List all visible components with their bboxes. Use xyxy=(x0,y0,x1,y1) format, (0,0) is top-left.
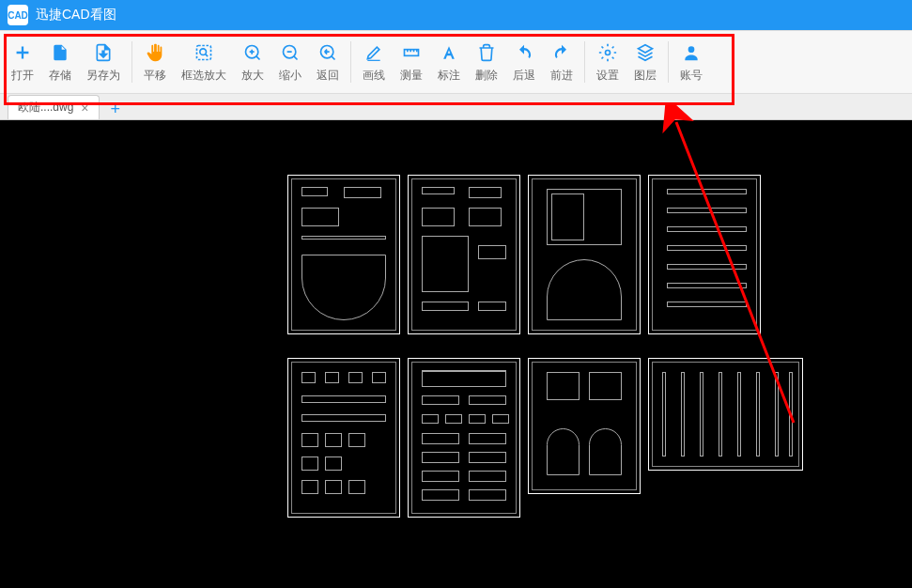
zoom-out-button[interactable]: 缩小 xyxy=(271,38,309,87)
separator xyxy=(584,41,585,83)
close-icon[interactable]: × xyxy=(81,101,88,116)
measure-button[interactable]: 测量 xyxy=(393,38,430,87)
separator xyxy=(350,41,351,83)
app-icon: CAD xyxy=(8,5,28,25)
drawing-sheet xyxy=(287,358,400,518)
drawing-sheet xyxy=(528,358,641,494)
draw-line-label: 画线 xyxy=(363,68,385,84)
hand-icon xyxy=(144,41,166,64)
save-button[interactable]: 存储 xyxy=(41,38,79,87)
drawing-sheet xyxy=(408,358,520,518)
zoom-out-icon xyxy=(279,41,301,64)
toolbar: 打开 存储 另存为 平移 框选放大 放大 缩小 xyxy=(0,30,912,94)
annotate-label: 标注 xyxy=(438,68,460,84)
save-label: 存储 xyxy=(49,68,71,84)
trash-icon xyxy=(475,41,498,64)
redo-label: 前进 xyxy=(550,68,573,84)
zoom-in-icon xyxy=(241,41,264,64)
back-button[interactable]: 返回 xyxy=(309,38,347,87)
saveas-button[interactable]: 另存为 xyxy=(79,38,128,87)
zoom-window-label: 框选放大 xyxy=(181,68,226,84)
drawing-sheet xyxy=(648,175,761,334)
redo-button[interactable]: 前进 xyxy=(543,38,580,87)
undo-button[interactable]: 后退 xyxy=(505,38,543,87)
separator xyxy=(668,41,669,83)
account-label: 账号 xyxy=(680,68,703,84)
settings-label: 设置 xyxy=(596,68,619,84)
drawing-sheet xyxy=(528,175,641,334)
draw-line-button[interactable]: 画线 xyxy=(355,38,393,87)
back-label: 返回 xyxy=(317,68,339,84)
plus-icon xyxy=(11,41,34,64)
tabs-bar: 欧陆....dwg × + xyxy=(0,94,912,120)
open-label: 打开 xyxy=(11,68,34,84)
titlebar: CAD 迅捷CAD看图 xyxy=(0,0,912,30)
user-icon xyxy=(680,41,703,64)
zoom-out-label: 缩小 xyxy=(279,68,301,84)
drawing-sheet xyxy=(648,358,803,471)
file-tab[interactable]: 欧陆....dwg × xyxy=(8,95,100,119)
text-icon xyxy=(438,41,460,64)
ruler-icon xyxy=(400,41,423,64)
zoom-window-icon xyxy=(193,41,215,64)
open-button[interactable]: 打开 xyxy=(4,38,41,87)
layers-button[interactable]: 图层 xyxy=(626,38,664,87)
pan-button[interactable]: 平移 xyxy=(136,38,174,87)
delete-button[interactable]: 删除 xyxy=(468,38,505,87)
measure-label: 测量 xyxy=(400,68,423,84)
drawing-sheet xyxy=(408,175,520,334)
app-title: 迅捷CAD看图 xyxy=(36,7,116,23)
drawing-sheet xyxy=(287,175,400,334)
undo-icon xyxy=(513,41,535,64)
redo-icon xyxy=(550,41,573,64)
saveas-label: 另存为 xyxy=(86,68,120,84)
add-tab-button[interactable]: + xyxy=(103,100,129,119)
svg-point-1 xyxy=(200,48,207,54)
account-button[interactable]: 账号 xyxy=(672,38,710,87)
saveas-icon xyxy=(92,41,115,64)
save-icon xyxy=(49,41,71,64)
zoom-window-button[interactable]: 框选放大 xyxy=(174,38,234,87)
pencil-icon xyxy=(363,41,385,64)
svg-point-6 xyxy=(606,50,611,54)
pan-label: 平移 xyxy=(144,68,166,84)
undo-label: 后退 xyxy=(513,68,535,84)
layers-label: 图层 xyxy=(634,68,657,84)
layers-icon xyxy=(634,41,657,64)
zoom-in-label: 放大 xyxy=(241,68,264,84)
drawing-canvas[interactable] xyxy=(0,120,912,588)
separator xyxy=(131,41,132,83)
svg-rect-0 xyxy=(197,45,211,59)
settings-button[interactable]: 设置 xyxy=(589,38,626,87)
zoom-in-button[interactable]: 放大 xyxy=(234,38,271,87)
gear-icon xyxy=(596,41,619,64)
svg-point-7 xyxy=(688,46,695,53)
file-tab-label: 欧陆....dwg xyxy=(18,100,73,116)
back-icon xyxy=(317,41,339,64)
delete-label: 删除 xyxy=(475,68,498,84)
annotate-button[interactable]: 标注 xyxy=(430,38,468,87)
